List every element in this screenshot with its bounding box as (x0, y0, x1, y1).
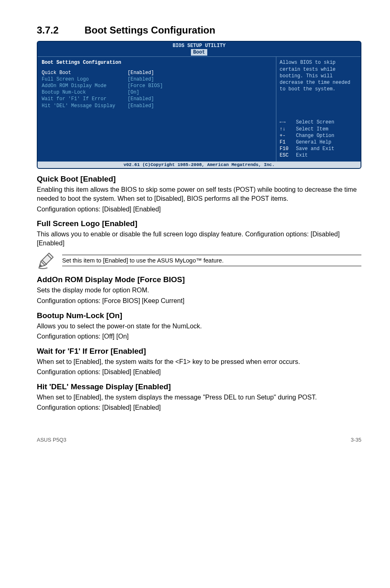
bios-row-label: Hit 'DEL' Message Display (42, 103, 128, 109)
bios-title: BIOS SETUP UTILITY (38, 42, 361, 49)
bios-key-desc: Select Item (296, 126, 328, 132)
option-paragraph: Sets the display mode for option ROM. (37, 286, 361, 295)
note-callout: Set this item to [Enabled] to use the AS… (37, 251, 361, 269)
bios-key-desc: Save and Exit (296, 146, 334, 152)
bios-key-desc: Select Screen (296, 119, 334, 126)
option-heading: Bootup Num-Lock [On] (37, 311, 361, 320)
option-paragraph: Configuration options: [Force BIOS] [Kee… (37, 296, 361, 305)
bios-tab-boot: Boot (191, 49, 208, 56)
option-heading: Full Screen Logo [Enabled] (37, 219, 361, 228)
option-paragraph: Allows you to select the power-on state … (37, 322, 361, 331)
bios-tabbar: Boot (38, 49, 361, 56)
bios-key: ↑↓ (280, 126, 296, 132)
bios-help-text: Allows BIOS to skip certain tests while … (280, 59, 357, 112)
bios-row: AddOn ROM Display Mode [Force BIOS] (42, 83, 272, 89)
bios-row: Hit 'DEL' Message Display [Enabled] (42, 103, 272, 109)
bios-row-value: [Enabled] (128, 70, 154, 76)
bios-row-label: Bootup Num-Lock (42, 89, 128, 96)
bios-key-desc: Change Option (296, 132, 334, 139)
pencil-icon (37, 251, 55, 269)
bios-key-desc: Exit (296, 152, 308, 159)
option-paragraph: This allows you to enable or disable the… (37, 230, 361, 247)
bios-row-value: [Enabled] (128, 76, 154, 83)
section-heading: 3.7.2 Boot Settings Configuration (37, 25, 361, 36)
bios-key: F1 (280, 139, 296, 146)
option-heading: Hit 'DEL' Message Display [Enabled] (37, 382, 361, 391)
bios-key: F10 (280, 146, 296, 152)
bios-key: +- (280, 132, 296, 139)
bios-row-label: Quick Boot (42, 70, 128, 76)
section-title-text: Boot Settings Configuration (85, 25, 215, 36)
note-text: Set this item to [Enabled] to use the AS… (62, 255, 361, 266)
bios-row-value: [Enabled] (128, 103, 154, 109)
bios-key-legend: ←→Select Screen ↑↓Select Item +-Change O… (280, 119, 357, 159)
bios-row: Full Screen Logo [Enabled] (42, 76, 272, 83)
bios-right-panel: Allows BIOS to skip certain tests while … (276, 57, 361, 161)
bios-panel-heading: Boot Settings Configuration (42, 59, 272, 66)
bios-screenshot: BIOS SETUP UTILITY Boot Boot Settings Co… (37, 41, 361, 169)
bios-row-value: [Enabled] (128, 96, 154, 102)
bios-row: Bootup Num-Lock [On] (42, 89, 272, 96)
option-heading: Wait for 'F1' If Error [Enabled] (37, 347, 361, 356)
bios-left-panel: Boot Settings Configuration Quick Boot [… (38, 57, 276, 161)
footer-right: 3-35 (351, 437, 361, 443)
option-paragraph: Configuration options: [Disabled] [Enabl… (37, 368, 361, 377)
option-heading: Quick Boot [Enabled] (37, 175, 361, 184)
option-paragraph: Configuration options: [Off] [On] (37, 332, 361, 341)
option-heading: AddOn ROM Display Mode [Force BIOS] (37, 275, 361, 284)
bios-row-value: [On] (128, 89, 139, 96)
bios-row-label: Wait for 'F1' If Error (42, 96, 128, 102)
bios-key-desc: General Help (296, 139, 331, 146)
bios-row-label: Full Screen Logo (42, 76, 128, 83)
option-paragraph: When set to [Enabled], the system waits … (37, 357, 361, 366)
bios-key: ←→ (280, 119, 296, 126)
footer-left: ASUS P5Q3 (37, 437, 66, 443)
bios-row: Wait for 'F1' If Error [Enabled] (42, 96, 272, 102)
bios-key: ESC (280, 152, 296, 159)
option-paragraph: Configuration options: [Disabled] [Enabl… (37, 403, 361, 412)
bios-copyright: v02.61 (C)Copyright 1985-2008, American … (38, 162, 361, 168)
bios-row-value: [Force BIOS] (128, 83, 163, 89)
page-footer: ASUS P5Q3 3-35 (37, 437, 361, 443)
section-number: 3.7.2 (37, 25, 82, 36)
bios-row: Quick Boot [Enabled] (42, 70, 272, 76)
option-paragraph: Enabling this item allows the BIOS to sk… (37, 185, 361, 203)
option-paragraph: Configuration options: [Disabled] [Enabl… (37, 205, 361, 214)
bios-row-label: AddOn ROM Display Mode (42, 83, 128, 89)
option-paragraph: When set to [Enabled], the system displa… (37, 393, 361, 402)
